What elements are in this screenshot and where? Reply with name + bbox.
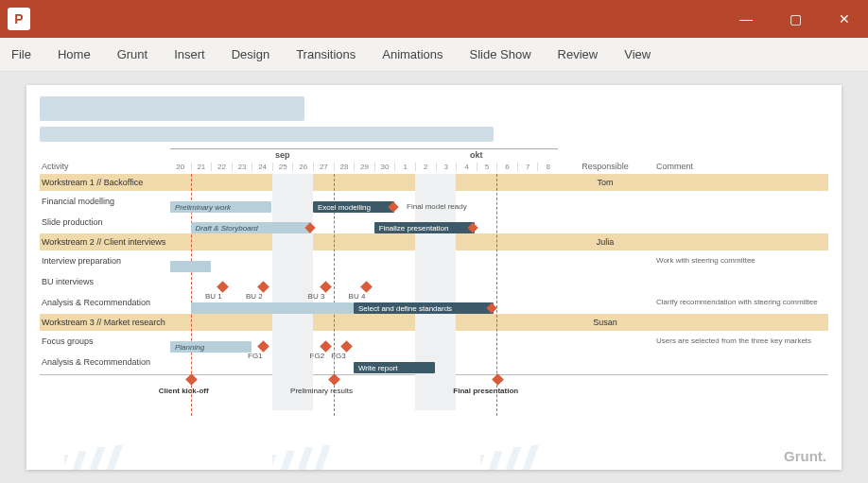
brand-logo: Grunt. [784,448,826,464]
month-label: sep [170,150,394,160]
tab-home[interactable]: Home [58,47,91,61]
task-row: Slide production Draft & Storyboard Fina… [40,212,828,233]
title-placeholder[interactable] [40,96,304,121]
header-activity: Activity [40,162,170,173]
milestone-icon[interactable] [186,373,199,386]
milestone-icon[interactable] [328,373,340,386]
task-row: Focus groups Planning FG1 FG2 FG3 Users … [40,331,828,352]
svg-rect-6 [296,447,313,470]
svg-rect-8 [480,455,484,470]
tab-design[interactable]: Design [232,47,269,61]
workstream-row: Workstream 2 // Client interviews Julia [40,233,828,250]
header-comment: Comment [652,162,828,173]
month-label: okt [394,150,558,160]
decorative-shape [480,445,594,470]
gantt-chart: Activity sep okt 20 21 22 23 24 [40,148,828,398]
milestone-icon[interactable] [320,281,332,293]
task-row: Financial modelling Preliminary work Exc… [40,191,828,212]
tab-animations[interactable]: Animations [382,47,443,61]
window-controls: — ▢ ✕ [730,11,860,26]
tab-insert[interactable]: Insert [174,47,205,61]
tab-review[interactable]: Review [558,47,599,61]
gantt-bar[interactable]: Draft & Storyboard [191,222,311,233]
close-button[interactable]: ✕ [828,11,860,26]
maximize-button[interactable]: ▢ [779,11,811,26]
task-row: Interview preparation Work with steering… [40,250,828,271]
task-row: BU interviews BU 1 BU 2 BU 3 BU 4 [40,271,828,292]
bottom-milestones: Client kick-off Preliminary results Fina… [40,375,828,398]
tab-transitions[interactable]: Transitions [296,47,356,61]
milestone-icon[interactable] [492,373,504,386]
slide[interactable]: Activity sep okt 20 21 22 23 24 [26,85,842,470]
tab-view[interactable]: View [624,47,651,61]
svg-rect-2 [88,447,105,470]
svg-rect-0 [64,455,68,470]
milestone-icon[interactable] [360,281,373,293]
milestone-icon[interactable] [257,340,269,353]
powerpoint-icon: P [8,8,30,30]
milestone-icon[interactable] [320,340,332,353]
title-bar: P — ▢ ✕ [0,0,868,38]
decorative-shape [64,445,178,470]
ribbon: File Home Grunt Insert Design Transition… [0,38,868,72]
gantt-bar[interactable]: Finalize presentation [374,222,476,233]
workstream-row: Workstream 1 // Backoffice Tom [40,174,828,191]
decorative-shape [272,445,386,470]
task-row: Analysis & Recommendation Write report [40,352,828,372]
day-row: 20 21 22 23 24 25 26 27 28 29 30 1 [170,161,558,173]
svg-rect-5 [279,451,295,470]
milestone-icon[interactable] [217,281,229,293]
svg-rect-11 [521,445,539,470]
svg-rect-7 [313,445,331,470]
tab-slideshow[interactable]: Slide Show [470,47,531,61]
svg-rect-3 [105,445,123,470]
column-headers: Activity sep okt 20 21 22 23 24 [40,148,828,173]
gantt-bar[interactable]: Write report [354,362,435,373]
tab-grunt[interactable]: Grunt [117,47,148,61]
slide-area: Activity sep okt 20 21 22 23 24 [0,72,868,483]
timeline-header: sep okt 20 21 22 23 24 25 26 27 28 [170,148,558,173]
milestone-icon[interactable] [257,281,269,293]
subtitle-placeholder[interactable] [40,127,494,142]
gantt-bar[interactable] [191,302,354,314]
tab-file[interactable]: File [11,47,31,61]
workstream-row: Workstream 3 // Market research Susan [40,314,828,331]
task-row: Analysis & Recommendation Select and def… [40,292,828,313]
svg-rect-9 [487,451,503,470]
svg-rect-10 [504,447,521,470]
header-responsible: Responsible [558,162,652,173]
minimize-button[interactable]: — [730,11,762,26]
bar-label: Final model ready [407,202,467,211]
gantt-bar[interactable]: Select and define standards [354,302,494,314]
svg-rect-4 [272,455,276,470]
milestone-icon[interactable] [341,340,354,353]
svg-rect-1 [71,451,87,470]
